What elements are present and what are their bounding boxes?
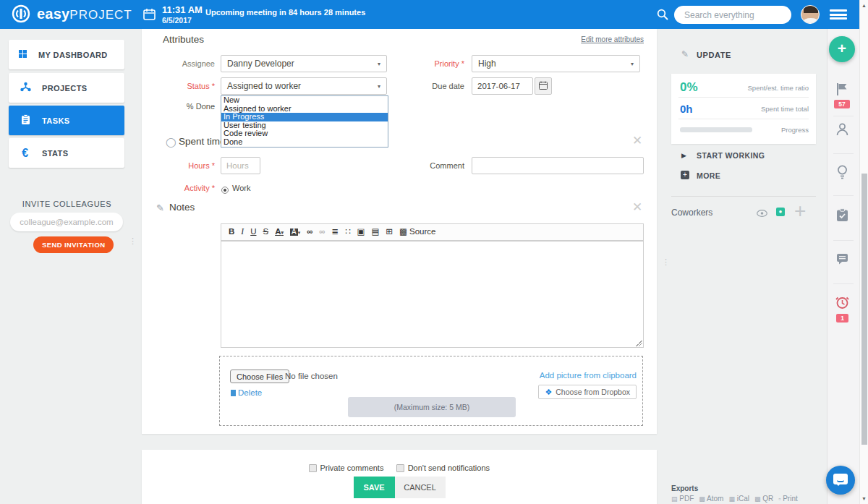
flag-icon[interactable] <box>836 82 848 96</box>
export-label: QR <box>762 495 773 503</box>
save-button[interactable]: SAVE <box>354 477 395 498</box>
projects-hierarchy-icon <box>19 82 32 94</box>
hours-input[interactable] <box>221 157 260 174</box>
eye-icon[interactable] <box>757 210 767 217</box>
brand-logo[interactable]: easyPROJECT <box>12 4 132 23</box>
more-button[interactable]: MORE <box>697 171 720 180</box>
add-new-fab-button[interactable]: + <box>829 36 855 62</box>
hours-label: Hours * <box>150 161 215 170</box>
printer-icon: ▫ <box>778 495 780 503</box>
pencil-icon: ✎ <box>681 49 689 59</box>
more-plus-icon: + <box>681 171 689 179</box>
status-option-code-review[interactable]: Code review <box>221 129 388 138</box>
user-avatar[interactable] <box>801 5 820 24</box>
comment-input[interactable] <box>472 157 644 174</box>
numbered-list-icon[interactable]: ≣ <box>332 228 339 236</box>
dont-send-notifications-checkbox[interactable] <box>396 464 404 472</box>
window-scrollbar[interactable]: ▲ ▼ <box>859 0 868 504</box>
link-icon[interactable]: ∞ <box>307 228 312 236</box>
search-input[interactable] <box>674 6 791 24</box>
cancel-button[interactable]: CANCEL <box>395 477 446 498</box>
add-coworker-button[interactable]: + <box>794 200 806 223</box>
invite-email-input[interactable] <box>10 213 123 231</box>
export-pdf-link[interactable]: ▤ PDF <box>671 495 694 503</box>
time-stats-card: 0% Spent/est. time ratio 0h Spent time t… <box>671 74 816 144</box>
export-label: Print <box>783 495 798 503</box>
person-icon[interactable] <box>836 123 848 136</box>
progress-label: Progress <box>781 126 809 134</box>
tasks-clipboard-icon <box>19 114 32 127</box>
euro-stats-icon: € <box>19 147 32 160</box>
chevron-down-icon: ▾ <box>378 83 380 90</box>
start-working-button[interactable]: START WORKING <box>697 151 765 160</box>
strikethrough-icon[interactable]: S <box>263 228 268 236</box>
scrollbar-thumb[interactable] <box>861 174 867 445</box>
clipboard-check-icon[interactable] <box>836 208 848 222</box>
scroll-up-arrow[interactable]: ▲ <box>861 3 867 8</box>
insert-image-icon[interactable]: ▣ <box>357 228 365 236</box>
dropbox-label: Choose from Dropbox <box>556 388 630 396</box>
chat-icon[interactable] <box>836 253 848 265</box>
spent-time-close-icon[interactable]: ✕ <box>632 136 642 146</box>
export-label: Atom <box>707 495 723 503</box>
export-print-link[interactable]: ▫ Print <box>778 495 798 503</box>
due-date-calendar-button[interactable] <box>535 77 552 95</box>
sidebar-item-tasks[interactable]: TASKS <box>9 106 124 135</box>
update-panel-title[interactable]: UPDATE <box>697 51 731 59</box>
meeting-notice[interactable]: Upcoming meeting in 84 hours 28 minutes <box>205 8 365 17</box>
edit-more-attributes-link[interactable]: Edit more attributes <box>581 35 644 43</box>
search-icon[interactable] <box>657 9 668 20</box>
coworker-status-icon[interactable]: ● <box>776 208 785 216</box>
source-button[interactable]: ▩ Source <box>399 228 436 236</box>
choose-from-dropbox-button[interactable]: ❖ Choose from Dropbox <box>538 385 637 399</box>
status-option-new[interactable]: New <box>221 96 388 105</box>
private-comments-checkbox[interactable] <box>309 464 317 472</box>
clock-date: 6/5/2017 <box>162 16 192 25</box>
status-option-done[interactable]: Done <box>221 138 388 147</box>
scroll-down-arrow[interactable]: ▼ <box>861 496 867 501</box>
form-footer: Private comments Don't send notification… <box>142 450 657 504</box>
choose-files-button[interactable]: Choose Files <box>230 370 289 383</box>
sidebar-drag-handle[interactable]: ⋮ <box>129 239 137 243</box>
delete-attachment-link[interactable]: Delete <box>231 388 262 397</box>
support-chat-bubble-button[interactable] <box>826 466 855 495</box>
panel-drag-handle[interactable]: ⋮ <box>662 260 670 264</box>
unlink-icon[interactable]: ∞ <box>319 228 325 236</box>
activity-work-label: Work <box>232 184 250 192</box>
underline-icon[interactable]: U <box>250 228 256 236</box>
export-atom-link[interactable]: ▩ Atom <box>699 495 723 503</box>
paste-icon[interactable]: ▤ <box>371 228 379 236</box>
sidebar-item-my-dashboard[interactable]: MY DASHBOARD <box>9 40 124 69</box>
send-invitation-button[interactable]: SEND INVITATION <box>33 236 114 253</box>
export-qr-link[interactable]: ▩ QR <box>754 495 773 503</box>
insert-table-icon[interactable]: ⊞ <box>386 228 393 236</box>
due-date-input[interactable] <box>472 77 533 95</box>
menu-icon[interactable] <box>830 9 847 20</box>
status-select[interactable]: Assigned to worker ▾ <box>221 77 387 95</box>
resize-handle[interactable] <box>636 340 642 346</box>
bullet-list-icon[interactable]: ∷ <box>345 228 350 236</box>
activity-work-radio[interactable] <box>221 187 229 194</box>
bold-icon[interactable]: B <box>229 228 234 236</box>
priority-select[interactable]: High ▾ <box>472 55 640 72</box>
max-size-note: (Maximum size: 5 MB) <box>348 397 516 417</box>
export-ical-link[interactable]: ▦ iCal <box>728 495 749 503</box>
italic-icon[interactable]: I <box>241 228 244 236</box>
notes-close-icon[interactable]: ✕ <box>632 202 642 213</box>
background-color-icon[interactable]: A▾ <box>290 228 300 236</box>
assignee-select[interactable]: Danny Developer ▾ <box>221 55 387 72</box>
text-color-icon[interactable]: A▾ <box>275 228 284 236</box>
export-label: iCal <box>737 495 749 503</box>
alarm-clock-icon[interactable] <box>835 295 849 309</box>
flag-badge: 57 <box>834 100 850 108</box>
document-icon: ▤ <box>671 495 678 503</box>
progress-bar <box>680 127 752 132</box>
notes-editor-textarea[interactable] <box>221 241 644 348</box>
add-picture-from-clipboard-link[interactable]: Add picture from clipboard <box>540 371 637 380</box>
easy-project-logo-icon <box>12 4 30 23</box>
lightbulb-icon[interactable] <box>837 165 848 180</box>
sidebar-item-projects[interactable]: PROJECTS <box>9 73 124 103</box>
notes-editor-toolbar: B I U S A▾ A▾ ∞ ∞ ≣ ∷ ▣ ▤ ⊞ ▩ Source <box>221 223 644 241</box>
sidebar-item-stats[interactable]: € STATS <box>9 138 124 168</box>
easy-project-app: easyPROJECT 11:31 AM 6/5/2017 Upcoming m… <box>0 0 868 504</box>
